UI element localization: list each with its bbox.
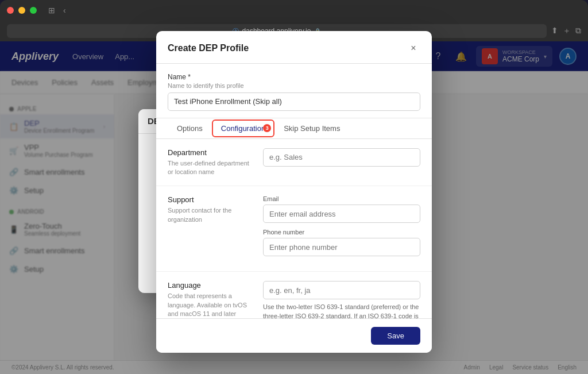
support-desc: Support contact for the organization (168, 206, 254, 224)
modal-body: Department The user-defined department o… (156, 139, 432, 318)
back-icon[interactable]: ‹ (61, 5, 68, 16)
sidebar-toggle-icon[interactable]: ⊞ (46, 5, 57, 16)
browser-actions: ⬆ ＋ ⧉ (551, 26, 581, 36)
support-section-fields: Email Phone number (263, 195, 420, 262)
new-tab-icon[interactable]: ＋ (563, 26, 571, 36)
modal-footer: Save (156, 318, 432, 353)
name-field-hint: Name to identify this profile (168, 82, 420, 89)
tab-skip-setup[interactable]: Skip Setup Items (274, 118, 349, 138)
traffic-light-maximize[interactable] (30, 7, 37, 14)
email-input[interactable] (263, 205, 420, 223)
department-input[interactable] (263, 148, 420, 167)
modal-close-button[interactable]: × (407, 41, 420, 55)
language-title: Language (168, 281, 254, 290)
tab-configuration[interactable]: Configuration 3 (212, 119, 274, 137)
email-label: Email (263, 195, 420, 202)
language-hint: Use the two-letter ISO 639-1 standard (p… (263, 303, 420, 318)
support-section: Support Support contact for the organiza… (156, 186, 432, 272)
name-input[interactable] (168, 92, 420, 111)
traffic-light-close[interactable] (7, 7, 14, 14)
department-section: Department The user-defined department o… (156, 139, 432, 187)
language-input[interactable] (263, 281, 420, 299)
support-section-info: Support Support contact for the organiza… (168, 195, 254, 262)
language-section: Language Code that represents a language… (156, 272, 432, 318)
department-title: Department (168, 148, 254, 157)
browser-titlebar: ⊞ ‹ (0, 0, 588, 21)
modal-tabs: Options Configuration 3 Skip Setup Items (156, 118, 432, 139)
email-group: Email (263, 195, 420, 223)
tab-badge: 3 (263, 124, 271, 132)
phone-input[interactable] (263, 238, 420, 256)
modal-title: Create DEP Profile (168, 43, 249, 53)
language-section-fields: Use the two-letter ISO 639-1 standard (p… (263, 281, 420, 318)
language-section-info: Language Code that represents a language… (168, 281, 254, 318)
phone-label: Phone number (263, 229, 420, 236)
department-section-info: Department The user-defined department o… (168, 148, 254, 177)
modal-header: Create DEP Profile × (156, 31, 432, 64)
create-dep-profile-modal: Create DEP Profile × Name * Name to iden… (156, 31, 432, 353)
save-button[interactable]: Save (371, 327, 420, 345)
language-desc: Code that represents a language. Availab… (168, 292, 254, 318)
phone-group: Phone number (263, 229, 420, 256)
share-icon[interactable]: ⬆ (551, 26, 558, 36)
department-section-fields (263, 148, 420, 177)
department-desc: The user-defined department or location … (168, 159, 254, 177)
app-background: Applivery Overview App... ? 🔔 A WORKSPAC… (0, 41, 588, 374)
name-field-label: Name * (168, 73, 420, 81)
tabs-icon[interactable]: ⧉ (575, 26, 581, 36)
name-section: Name * Name to identify this profile (156, 64, 432, 118)
traffic-light-minimize[interactable] (18, 7, 25, 14)
support-title: Support (168, 195, 254, 204)
tab-options[interactable]: Options (168, 118, 212, 138)
